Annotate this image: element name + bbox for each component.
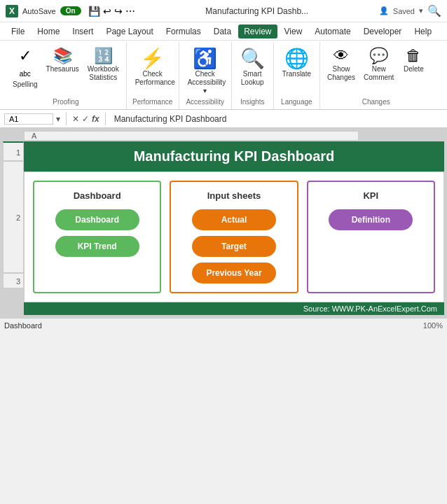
performance-buttons: ⚡ CheckPerformance bbox=[131, 43, 174, 98]
thesaurus-icon: 📚 bbox=[53, 48, 72, 64]
workbook-stats-label: WorkbookStatistics bbox=[88, 65, 119, 82]
dashboard-nav-button[interactable]: Dashboard bbox=[55, 209, 139, 230]
delete-label: Delete bbox=[404, 65, 424, 74]
menu-help[interactable]: Help bbox=[408, 24, 437, 38]
new-comment-label: NewComment bbox=[364, 65, 394, 82]
workbook-stats-icon: 🔢 bbox=[94, 48, 113, 64]
formula-bar: ▾ ✕ ✓ fx bbox=[0, 110, 447, 128]
cell-reference-input[interactable] bbox=[4, 113, 53, 125]
menu-data[interactable]: Data bbox=[208, 24, 237, 38]
search-icon[interactable]: 🔍 bbox=[427, 4, 441, 18]
smart-lookup-label: SmartLookup bbox=[241, 70, 264, 87]
app-logo: X bbox=[6, 5, 18, 18]
user-icon[interactable]: 👤 bbox=[379, 6, 389, 15]
definition-button[interactable]: Definition bbox=[329, 209, 413, 230]
ribbon-group-proofing: ✓abc Spelling 📚 Thesaurus 🔢 WorkbookStat… bbox=[6, 42, 127, 109]
language-group-label: Language bbox=[281, 98, 312, 108]
column-headers: A bbox=[24, 131, 444, 141]
previous-year-button[interactable]: Previous Year bbox=[192, 262, 276, 284]
kpi-section: KPI Definition bbox=[307, 181, 435, 293]
smart-lookup-button[interactable]: 🔍 SmartLookup bbox=[236, 46, 269, 90]
confirm-formula-icon[interactable]: ✓ bbox=[82, 114, 89, 124]
menu-view[interactable]: View bbox=[279, 24, 308, 38]
changes-buttons: 👁 ShowChanges 💬 NewComment 🗑 Delete bbox=[324, 43, 427, 98]
new-comment-button[interactable]: 💬 NewComment bbox=[361, 46, 397, 84]
row-numbers: 1 2 3 bbox=[3, 141, 24, 315]
title-bar-right: 👤 Saved ▾ 🔍 bbox=[379, 4, 441, 18]
proofing-buttons: ✓abc Spelling 📚 Thesaurus 🔢 WorkbookStat… bbox=[10, 43, 122, 98]
performance-group-label: Performance bbox=[132, 98, 172, 108]
cell-area: Manufacturing KPI Dashboard Dashboard Da… bbox=[24, 141, 444, 315]
spelling-button[interactable]: ✓abc Spelling bbox=[10, 46, 41, 91]
show-changes-button[interactable]: 👁 ShowChanges bbox=[324, 46, 358, 84]
window-title: Manufacturing KPI Dashb... bbox=[139, 6, 375, 16]
ribbon-group-insights: 🔍 SmartLookup Insights bbox=[232, 42, 274, 109]
check-performance-button[interactable]: ⚡ CheckPerformance bbox=[131, 46, 174, 90]
insert-function-icon[interactable]: fx bbox=[92, 114, 99, 124]
sheet-title: Manufacturing KPI Dashboard bbox=[25, 143, 443, 170]
kpi-trend-button[interactable]: KPI Trend bbox=[55, 236, 139, 257]
proofing-group-label: Proofing bbox=[53, 98, 78, 108]
formula-separator bbox=[66, 113, 67, 125]
spreadsheet-area: A 1 2 3 Manufacturing KPI Dashboard Dash… bbox=[0, 128, 447, 318]
cancel-formula-icon[interactable]: ✕ bbox=[72, 114, 79, 124]
menu-insert[interactable]: Insert bbox=[67, 24, 99, 38]
delete-button[interactable]: 🗑 Delete bbox=[399, 46, 427, 76]
show-changes-icon: 👁 bbox=[333, 48, 349, 64]
menu-review[interactable]: Review bbox=[238, 24, 277, 38]
dashboard-section-title: Dashboard bbox=[74, 190, 121, 201]
status-bar: Dashboard 100% bbox=[0, 318, 447, 332]
ribbon-group-language: 🌐 Translate Language bbox=[274, 42, 320, 109]
input-sheets-title: Input sheets bbox=[207, 190, 261, 201]
thesaurus-button[interactable]: 📚 Thesaurus bbox=[43, 46, 82, 76]
menu-file[interactable]: File bbox=[6, 24, 30, 38]
ribbon-group-performance: ⚡ CheckPerformance Performance bbox=[127, 42, 179, 109]
translate-button[interactable]: 🌐 Translate bbox=[278, 46, 315, 81]
insights-buttons: 🔍 SmartLookup bbox=[236, 43, 269, 98]
menu-developer[interactable]: Developer bbox=[358, 24, 408, 38]
check-accessibility-button[interactable]: ♿ CheckAccessibility ▾ bbox=[184, 46, 227, 98]
show-changes-label: ShowChanges bbox=[327, 65, 355, 82]
saved-dropdown[interactable]: ▾ bbox=[419, 6, 423, 15]
accessibility-buttons: ♿ CheckAccessibility ▾ bbox=[184, 43, 227, 98]
check-accessibility-icon: ♿ bbox=[193, 49, 217, 69]
sheet-content: Dashboard Dashboard KPI Trend Input shee… bbox=[24, 172, 444, 302]
actual-button[interactable]: Actual bbox=[192, 209, 276, 230]
autosave-toggle[interactable]: On bbox=[60, 6, 81, 15]
autosave-label: AutoSave bbox=[22, 7, 56, 15]
delete-icon: 🗑 bbox=[406, 48, 421, 64]
new-comment-icon: 💬 bbox=[369, 48, 388, 64]
target-button[interactable]: Target bbox=[192, 236, 276, 257]
toolbar-icons: 💾 ↩ ↪ ⋯ bbox=[88, 6, 135, 17]
row-content: 1 2 3 Manufacturing KPI Dashboard Dashbo… bbox=[3, 141, 444, 315]
customize-icon[interactable]: ⋯ bbox=[125, 6, 135, 17]
language-buttons: 🌐 Translate bbox=[278, 43, 315, 98]
workbook-stats-button[interactable]: 🔢 WorkbookStatistics bbox=[85, 46, 122, 84]
menu-page-layout[interactable]: Page Layout bbox=[100, 24, 158, 38]
spelling-icon: ✓abc bbox=[19, 48, 32, 79]
sections-row: Dashboard Dashboard KPI Trend Input shee… bbox=[33, 181, 435, 293]
smart-lookup-icon: 🔍 bbox=[240, 49, 265, 69]
check-performance-label: CheckPerformance bbox=[135, 70, 170, 87]
sheet-tab[interactable]: Dashboard bbox=[4, 321, 42, 330]
dashboard-section: Dashboard Dashboard KPI Trend bbox=[33, 181, 161, 293]
dashboard-title-cell[interactable]: Manufacturing KPI Dashboard bbox=[24, 141, 444, 172]
formula-input[interactable] bbox=[111, 114, 443, 124]
menu-automate[interactable]: Automate bbox=[309, 24, 356, 38]
check-accessibility-label: CheckAccessibility ▾ bbox=[188, 70, 223, 95]
translate-label: Translate bbox=[282, 70, 311, 78]
menu-home[interactable]: Home bbox=[32, 24, 65, 38]
menu-formulas[interactable]: Formulas bbox=[160, 24, 207, 38]
expand-icon[interactable]: ▾ bbox=[56, 114, 60, 124]
save-icon[interactable]: 💾 bbox=[88, 6, 100, 17]
saved-label: Saved bbox=[393, 7, 415, 15]
kpi-section-title: KPI bbox=[363, 190, 378, 201]
accessibility-group-label: Accessibility bbox=[186, 98, 224, 108]
check-performance-icon: ⚡ bbox=[140, 49, 165, 69]
redo-icon[interactable]: ↪ bbox=[114, 6, 123, 17]
thesaurus-label: Thesaurus bbox=[46, 65, 79, 74]
zoom-level: 100% bbox=[423, 321, 443, 330]
input-sheets-section: Input sheets Actual Target Previous Year bbox=[170, 181, 298, 293]
undo-icon[interactable]: ↩ bbox=[103, 6, 111, 17]
translate-icon: 🌐 bbox=[284, 49, 309, 69]
